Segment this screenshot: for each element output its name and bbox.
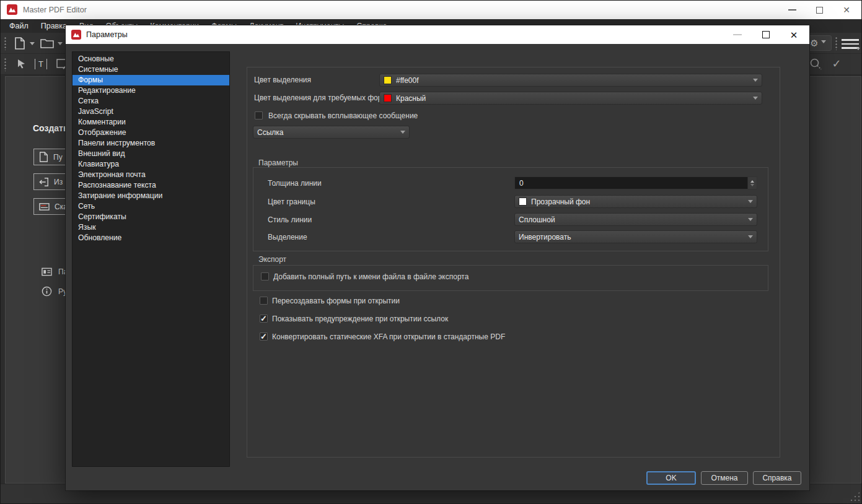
- warn-on-links-checkbox[interactable]: ✓: [260, 315, 268, 323]
- warn-on-links-label: Показывать предупреждение при открытии с…: [272, 315, 448, 323]
- settings-category-item[interactable]: Обновление: [73, 233, 229, 243]
- check-icon: ✓: [832, 57, 841, 71]
- close-button[interactable]: ✕: [833, 1, 860, 19]
- highlight-color-combobox[interactable]: #ffe00f: [379, 74, 762, 87]
- forms-settings-panel: Цвет выделения #ffe00f Цвет выделения дл…: [247, 67, 780, 458]
- chevron-down-icon: [753, 79, 758, 84]
- maximize-icon: [816, 7, 823, 14]
- border-color-value: Прозрачный фон: [531, 198, 590, 206]
- window-title: Master PDF Editor: [23, 6, 87, 14]
- line-style-combobox[interactable]: Сплошной: [514, 213, 757, 226]
- line-width-value: 0: [519, 179, 524, 188]
- recreate-forms-label: Пересоздавать формы при открытии: [272, 297, 400, 305]
- search-icon: [809, 58, 822, 71]
- settings-category-item[interactable]: Редактирование: [73, 85, 229, 96]
- settings-category-item[interactable]: Язык: [73, 222, 229, 233]
- highlight-mode-value: Инвертировать: [519, 233, 571, 241]
- new-document-icon: [14, 37, 25, 50]
- dialog-minimize-button[interactable]: [724, 25, 751, 44]
- toolbar-drag-handle[interactable]: [4, 37, 7, 50]
- link-type-value: Ссылка: [257, 128, 283, 137]
- line-style-value: Сплошной: [519, 215, 555, 224]
- settings-category-item[interactable]: Формы: [73, 75, 229, 85]
- line-style-label: Стиль линии: [268, 215, 312, 224]
- app-logo-icon: [7, 4, 17, 15]
- dialog-titlebar[interactable]: Параметры ✕: [66, 25, 809, 44]
- search-button[interactable]: [809, 58, 822, 71]
- dialog-close-button[interactable]: ✕: [780, 25, 807, 44]
- spinner-buttons[interactable]: [747, 177, 757, 189]
- settings-category-item[interactable]: Основные: [73, 54, 229, 64]
- scanner-icon: [39, 202, 50, 211]
- welcome-heading: Создать: [33, 123, 69, 133]
- maximize-button[interactable]: [806, 1, 833, 19]
- settings-category-item[interactable]: Сертификаты: [73, 212, 229, 222]
- text-tool-icon: T: [38, 59, 43, 69]
- minimize-button[interactable]: [778, 1, 806, 19]
- dialog-maximize-button[interactable]: [752, 25, 780, 44]
- info-icon: [42, 286, 52, 297]
- cursor-icon: [15, 58, 27, 69]
- convert-xfa-checkbox[interactable]: ✓: [260, 332, 268, 341]
- dialog-logo-icon: [71, 30, 81, 40]
- settings-dropdown-icon: [821, 40, 826, 46]
- menu-item[interactable]: Файл: [3, 19, 35, 33]
- settings-category-item[interactable]: Комментарии: [73, 117, 229, 128]
- required-color-value: Красный: [396, 94, 426, 103]
- create-from-file-label: Из: [54, 178, 63, 186]
- validate-button[interactable]: ✓: [830, 57, 843, 71]
- line-width-spinbox[interactable]: 0: [514, 176, 757, 189]
- chevron-down-icon: [753, 97, 758, 102]
- toolbar-drag-handle[interactable]: [4, 58, 7, 71]
- settings-category-item[interactable]: Внешний вид: [73, 149, 229, 159]
- edit-text-tool-button[interactable]: T: [35, 59, 47, 69]
- open-document-button[interactable]: [39, 36, 55, 51]
- export-full-path-checkbox[interactable]: [261, 272, 269, 280]
- select-tool-button[interactable]: [15, 58, 27, 69]
- maximize-icon: [762, 31, 770, 38]
- settings-category-item[interactable]: Сеть: [73, 201, 229, 212]
- color-swatch: [519, 198, 527, 206]
- color-swatch: [384, 76, 392, 84]
- recreate-forms-checkbox[interactable]: [260, 297, 268, 305]
- settings-category-item[interactable]: Затирание информации: [73, 191, 229, 201]
- ok-button[interactable]: OK: [646, 471, 696, 485]
- settings-category-item[interactable]: Отображение: [73, 128, 229, 138]
- main-titlebar: Master PDF Editor ✕: [1, 1, 862, 19]
- color-swatch: [384, 94, 392, 102]
- settings-category-item[interactable]: Системные: [73, 64, 229, 75]
- highlight-mode-combobox[interactable]: Инвертировать: [514, 230, 757, 243]
- open-document-dropdown-icon[interactable]: [58, 42, 63, 48]
- settings-category-list: ОсновныеСистемныеФормыРедактированиеСетк…: [72, 51, 230, 467]
- settings-category-item[interactable]: JavaScript: [73, 106, 229, 117]
- close-icon: ✕: [790, 30, 798, 40]
- export-group-title: Экспорт: [258, 255, 286, 264]
- settings-category-item[interactable]: Клавиатура: [73, 159, 229, 170]
- help-button[interactable]: Справка: [753, 471, 801, 485]
- border-color-label: Цвет границы: [268, 198, 315, 206]
- chevron-down-icon: [400, 131, 405, 136]
- create-blank-label: Пу: [53, 153, 63, 162]
- chevron-down-icon: [748, 235, 753, 241]
- link-type-combobox[interactable]: Ссылка: [253, 126, 410, 139]
- menu-dropdown-icon: [856, 48, 860, 52]
- cancel-button[interactable]: Отмена: [701, 471, 748, 485]
- close-icon: ✕: [843, 6, 850, 14]
- settings-category-item[interactable]: Сетка: [73, 96, 229, 106]
- required-color-combobox[interactable]: Красный: [379, 92, 762, 105]
- spin-down-icon: [750, 184, 754, 188]
- preferences-dialog: Параметры ✕ ОсновныеСистемныеФормыРедакт…: [66, 25, 809, 490]
- line-width-label: Толщина линии: [268, 179, 322, 188]
- settings-category-item[interactable]: Панели инструментов: [73, 138, 229, 149]
- hide-popup-checkbox[interactable]: [255, 111, 263, 119]
- new-document-dropdown-icon[interactable]: [30, 42, 35, 48]
- border-color-combobox[interactable]: Прозрачный фон: [514, 195, 757, 208]
- minimize-icon: [788, 9, 796, 11]
- settings-category-item[interactable]: Электронная почта: [73, 170, 229, 180]
- toolbar-drag-handle[interactable]: [835, 37, 838, 50]
- highlight-color-label: Цвет выделения: [254, 76, 311, 84]
- settings-category-item[interactable]: Распознавание текста: [73, 180, 229, 191]
- export-full-path-label: Добавить полный путь к имени файла в фай…: [273, 272, 468, 281]
- open-folder-icon: [40, 38, 54, 49]
- new-document-button[interactable]: [12, 36, 28, 51]
